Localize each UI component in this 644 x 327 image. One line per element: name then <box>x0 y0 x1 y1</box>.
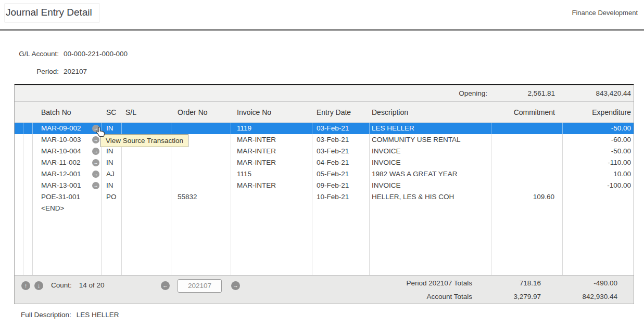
account-totals-label: Account Totals <box>406 292 472 302</box>
table-row[interactable]: MAR-13-001→ IN MAR-INTER 09-Feb-21 INVOI… <box>15 180 634 191</box>
invoice-no: MAR-INTER <box>231 134 312 146</box>
period-totals-expenditure: -490.00 <box>541 278 617 288</box>
opening-commitment: 2,561.81 <box>491 89 563 97</box>
account-totals-expenditure: 842,930.44 <box>541 292 617 302</box>
gl-account-value: 00-000-221-000-000 <box>64 49 128 59</box>
batch-no: MAR-10-003 <box>41 134 81 146</box>
expenditure <box>563 191 635 203</box>
totals-block: Period 202107 Totals 718.16 -490.00 Acco… <box>406 278 617 302</box>
commitment: 109.60 <box>491 191 563 203</box>
order-no <box>171 168 231 180</box>
view-source-transaction-icon[interactable]: → <box>92 148 99 155</box>
col-header-description: Description <box>370 108 491 116</box>
entry-date: 09-Feb-21 <box>312 180 370 191</box>
description: HELLER, LES & HIS COH <box>370 191 491 203</box>
commitment <box>491 123 563 134</box>
column-headers: Batch No SC S/L Order No Invoice No Entr… <box>15 102 634 123</box>
commitment <box>491 146 563 157</box>
table-row-end-marker: <END> <box>15 203 634 214</box>
description: INVOICE <box>370 146 491 157</box>
invoice-no: MAR-INTER <box>231 157 312 168</box>
commitment <box>491 157 563 168</box>
col-header-entry-date: Entry Date <box>312 108 370 116</box>
account-totals-commitment: 3,279.97 <box>472 292 541 302</box>
batch-no: MAR-13-001 <box>41 180 81 191</box>
col-header-sl: S/L <box>122 108 171 116</box>
expenditure: -50.00 <box>563 123 635 134</box>
sc-code: IN <box>102 146 122 157</box>
previous-period-button[interactable]: ← <box>161 281 170 290</box>
end-marker: <END> <box>41 203 64 214</box>
order-no <box>171 146 231 157</box>
batch-no: POE-31-001 <box>41 191 80 203</box>
count-label: Count: <box>51 281 72 289</box>
next-period-button[interactable]: → <box>231 281 240 290</box>
period-totals-label: Period 202107 Totals <box>406 278 472 288</box>
table-row[interactable]: MAR-11-002→ IN MAR-INTER 04-Feb-21 INVOI… <box>15 157 634 168</box>
col-header-expenditure: Expenditure <box>563 108 635 116</box>
table-row[interactable]: MAR-10-004→ IN MAR-INTER 03-Feb-21 INVOI… <box>15 146 634 157</box>
table-empty-area <box>15 214 634 275</box>
record-count: Count: 14 of 20 <box>51 281 105 289</box>
batch-no: MAR-12-001 <box>41 168 81 180</box>
description: INVOICE <box>370 180 491 191</box>
commitment <box>491 168 563 180</box>
sl-code <box>122 191 171 203</box>
view-source-tooltip: View Source Transaction <box>100 134 188 147</box>
opening-label: Opening: <box>15 89 491 97</box>
view-source-transaction-icon[interactable]: → <box>92 182 99 189</box>
full-description-value: LES HELLER <box>77 311 119 319</box>
commitment <box>491 180 563 191</box>
entry-date: 03-Feb-21 <box>312 146 370 157</box>
mouse-cursor-hand <box>95 126 107 138</box>
journal-entry-detail-page: Journal Entry Detail Finance Development… <box>0 0 644 327</box>
table-row-selected[interactable]: MAR-09-002→ IN 1119 03-Feb-21 LES HELLER… <box>15 123 634 134</box>
entry-date: 03-Feb-21 <box>312 134 370 146</box>
period-totals-commitment: 718.16 <box>472 278 541 288</box>
commitment <box>491 134 563 146</box>
description: LES HELLER <box>370 123 491 134</box>
entry-date: 05-Feb-21 <box>312 168 370 180</box>
batch-no: MAR-11-002 <box>41 157 81 168</box>
invoice-no: MAR-INTER <box>231 180 312 191</box>
scroll-up-button[interactable]: ↑ <box>21 281 30 290</box>
expenditure: -110.00 <box>563 157 635 168</box>
batch-no: MAR-10-004 <box>41 146 81 157</box>
col-header-batch-no: Batch No <box>33 108 102 116</box>
journal-entries-table: Opening: 2,561.81 843,420.44 Batch No SC… <box>14 84 634 304</box>
period-input[interactable]: 202107 <box>178 279 222 293</box>
table-row[interactable]: MAR-12-001→ AJ 1115 05-Feb-21 1982 WAS A… <box>15 168 634 180</box>
sl-code <box>122 146 171 157</box>
sl-code <box>122 180 171 191</box>
full-description-row: Full Description: LES HELLER <box>21 311 119 319</box>
batch-no: MAR-09-002 <box>41 123 81 134</box>
view-source-transaction-icon[interactable]: → <box>92 171 99 178</box>
opening-expenditure: 843,420.44 <box>563 89 635 97</box>
description: 1982 WAS A GREAT YEAR <box>370 168 491 180</box>
col-header-sc: SC <box>102 108 122 116</box>
invoice-no: 1115 <box>231 168 312 180</box>
sc-code: IN <box>102 180 122 191</box>
order-no <box>171 157 231 168</box>
period-row: Period: 202107 <box>0 67 128 76</box>
sl-code <box>122 168 171 180</box>
full-description-label: Full Description: <box>21 311 71 319</box>
order-no <box>171 123 231 134</box>
col-header-order-no: Order No <box>171 108 231 116</box>
expenditure: 10.00 <box>563 168 635 180</box>
order-no: 55832 <box>171 191 231 203</box>
sc-code: IN <box>102 157 122 168</box>
app-header: Journal Entry Detail Finance Development <box>0 0 644 29</box>
count-value: 14 of 20 <box>79 281 105 289</box>
scroll-down-button[interactable]: ↓ <box>34 281 43 290</box>
expenditure: -100.00 <box>563 180 635 191</box>
order-no <box>171 180 231 191</box>
entry-date: 04-Feb-21 <box>312 157 370 168</box>
table-row[interactable]: POE-31-001 PO 55832 10-Feb-21 HELLER, LE… <box>15 191 634 203</box>
sc-code: PO <box>102 191 122 203</box>
invoice-no: 1119 <box>231 123 312 134</box>
gl-account-label: G/L Account: <box>0 49 59 59</box>
invoice-no: MAR-INTER <box>231 146 312 157</box>
col-header-commitment: Commitment <box>491 108 563 116</box>
view-source-transaction-icon[interactable]: → <box>92 159 99 166</box>
